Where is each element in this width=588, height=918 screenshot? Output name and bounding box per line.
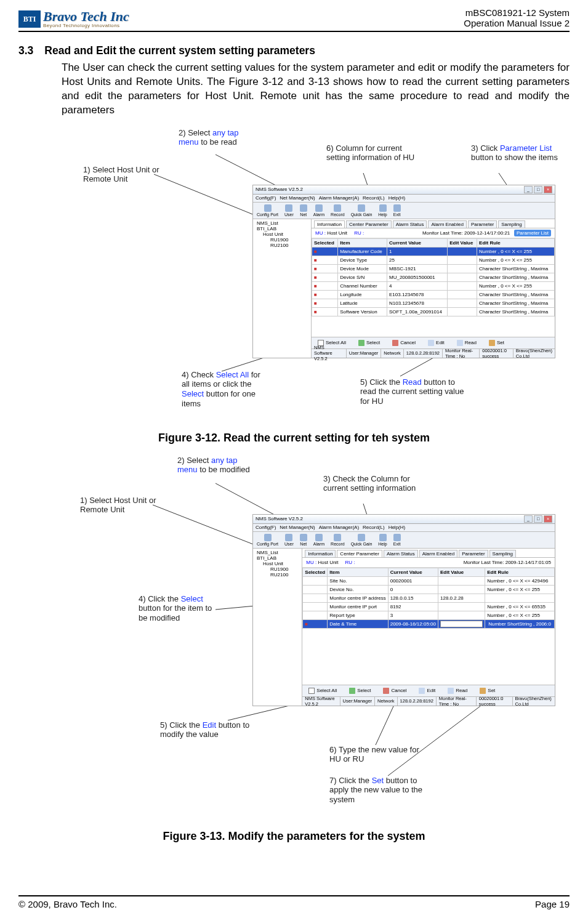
menu-config[interactable]: Config(F) [256, 195, 276, 201]
status-bar-13: NMS Software V2.5.2 User:Manager Network… [302, 697, 555, 706]
set-button-13[interactable]: Set [480, 688, 495, 694]
col-item: Item [338, 238, 387, 247]
callout-12-1: 1) Select Host Unit or Remote Unit [83, 165, 163, 184]
tool-configport[interactable]: Config Port [257, 204, 278, 217]
menu-alarmmanager[interactable]: Alarm Manager(A) [319, 195, 359, 201]
callout-13-3: 3) Check the Column for current setting … [323, 474, 422, 493]
edit-button-13[interactable]: Edit [419, 688, 435, 694]
tool-net[interactable]: Net [300, 204, 307, 217]
table-row[interactable]: ■LongitudeE103.12345678Character ShortSt… [312, 290, 555, 299]
callout-12-6: 6) Column for current setting informatio… [326, 143, 425, 163]
table-row[interactable]: Monitor centre IP port8192Number , 0 <= … [303, 602, 555, 611]
section-title-text: Read and Edit the current system setting… [44, 44, 315, 57]
callout-13-7: 7) Click the Set button to apply the new… [329, 776, 428, 805]
tab-parameter[interactable]: Parameter [468, 220, 497, 228]
select-button[interactable]: Select [358, 340, 380, 346]
callout-13-5: 5) Click the Edit button to modify the v… [160, 720, 259, 739]
toolbar-13: Config Port User Net Alarm Record Quick … [253, 532, 555, 549]
callout-12-4: 4) Check Select All for all items or cli… [182, 370, 265, 408]
cancel-button[interactable]: Cancel [392, 340, 416, 346]
cancel-button-13[interactable]: Cancel [383, 688, 406, 694]
footer-right: Page 19 [535, 899, 570, 909]
callout-13-6: 6) Type the new value for HU or RU [329, 745, 428, 764]
read-button[interactable]: Read [457, 340, 477, 346]
window-controls[interactable]: _□× [524, 186, 552, 193]
figure-3-12: 1) Select Host Unit or Remote Unit 2) Se… [18, 125, 570, 421]
menubar-13[interactable]: Config(F) Net Manager(N) Alarm Manager(A… [253, 524, 555, 532]
parameter-list-button[interactable]: Parameter List [514, 230, 551, 236]
edit-button[interactable]: Edit [428, 340, 445, 346]
table-row[interactable]: ■Software VersionSOFT_1.00a_20091014Char… [312, 307, 555, 316]
parameter-table-13: Selected Item Current Value Edit Value E… [302, 568, 555, 629]
table-row[interactable]: ■Device Type25Number , 0 <= X <= 255 [312, 256, 555, 264]
tree-hostunit[interactable]: Host Unit [254, 232, 310, 237]
table-row[interactable]: ■Device S/NMU_2008051500001Character Sho… [312, 273, 555, 281]
tab-sampling[interactable]: Sampling [498, 220, 525, 228]
tool-help[interactable]: Help [378, 204, 387, 217]
window-titlebar-13: NMS Software V2.5.2 _□× [253, 515, 555, 524]
tool-record[interactable]: Record [331, 204, 345, 217]
tab-alarmstatus[interactable]: Alarm Status [393, 220, 427, 228]
table-row[interactable]: Site No.00020001Number , 0 <= X <= 42949… [303, 576, 555, 585]
select-button-13[interactable]: Select [349, 688, 371, 694]
menu-record[interactable]: Record(L) [363, 195, 385, 201]
menubar[interactable]: Config(F) Net Manager(N) Alarm Manager(A… [253, 195, 555, 203]
col-selected: Selected [312, 238, 338, 247]
menu-netmanager[interactable]: Net Manager(N) [280, 195, 315, 201]
info-line: MU : Host Unit RU : Monitor Last Time: 2… [312, 228, 555, 238]
tab-centerparameter[interactable]: Center Parameter [346, 220, 392, 228]
window-controls-13[interactable]: _□× [524, 515, 552, 523]
window-title: NMS Software V2.5.2 [256, 187, 303, 192]
company-logo: BTI Bravo Tech Inc Beyond Technology Inn… [18, 10, 129, 28]
callout-13-4: 4) Click the Select button for the item … [139, 594, 219, 623]
status-bar-12: NMS Software V2.5.2 User:Manager Network… [312, 349, 555, 358]
nms-window-fig13: NMS Software V2.5.2 _□× Config(F) Net Ma… [252, 514, 555, 706]
tabs[interactable]: Information Center Parameter Alarm Statu… [312, 219, 555, 228]
select-all-checkbox-13[interactable]: Select All [308, 688, 337, 694]
logo-badge: BTI [18, 10, 41, 28]
table-row[interactable]: Device No.0Number , 0 <= X <= 255 [303, 585, 555, 594]
menu-help[interactable]: Help(H) [389, 195, 406, 201]
tab-information[interactable]: Information [314, 220, 345, 228]
action-bar: Select All Select Cancel Edit Read Set [312, 337, 555, 349]
parameter-table: Selected Item Current Value Edit Value E… [312, 238, 555, 316]
table-row[interactable]: Report type3Number , 0 <= X <= 255 [303, 611, 555, 619]
action-bar-13: Select All Select Cancel Edit Read Set [302, 685, 555, 697]
table-row[interactable]: ■Device ModeMBSC-1921Character ShortStri… [312, 264, 555, 273]
nms-window-fig12: NMS Software V2.5.2 _□× Config(F) Net Ma… [252, 185, 555, 358]
tab-alarmenabled[interactable]: Alarm Enabled [428, 220, 466, 228]
header-doc-title: mBSC081921-12 System Operation Manual Is… [464, 7, 570, 28]
callout-12-5: 5) Click the Read button to read the cur… [360, 377, 465, 406]
section-heading: 3.3 Read and Edit the current system set… [18, 44, 570, 57]
page-footer: © 2009, Bravo Tech Inc. Page 19 [18, 895, 570, 909]
tool-exit[interactable]: Exit [393, 204, 401, 217]
logo-tagline: Beyond Technology Innovations [43, 23, 129, 28]
window-titlebar: NMS Software V2.5.2 _□× [253, 185, 555, 195]
tool-user[interactable]: User [284, 204, 294, 217]
tree-ru1900[interactable]: RU1900 [254, 237, 310, 243]
toolbar: Config Port User Net Alarm Record Quick … [253, 203, 555, 219]
tree-pane[interactable]: NMS_List BTI_LAB Host Unit RU1900 RU2100 [253, 219, 312, 358]
tree-pane-13[interactable]: NMS_List BTI_LAB Host Unit RU1900 RU2100 [253, 549, 302, 706]
read-button-13[interactable]: Read [448, 688, 467, 694]
tree-root[interactable]: BTI_LAB [254, 226, 310, 232]
table-row[interactable]: ■LatitudeN103.12345678Character ShortStr… [312, 299, 555, 307]
tabs-13[interactable]: Information Center Parameter Alarm Statu… [302, 549, 555, 558]
table-row[interactable]: ■Manufacturer Code1Number , 0 <= X <= 25… [312, 247, 555, 256]
table-row[interactable]: ■Channel Number4Number , 0 <= X <= 255 [312, 281, 555, 290]
tool-alarm[interactable]: Alarm [313, 204, 324, 217]
callout-13-2: 2) Select any tap menu to be modified [177, 456, 251, 475]
table-row[interactable]: ■Date & Time2009-08-16/12:05:002009-12-1… [303, 619, 555, 628]
footer-left: © 2009, Bravo Tech Inc. [18, 899, 117, 909]
tree-ru2100[interactable]: RU2100 [254, 243, 310, 248]
header-line-2: Operation Manual Issue 2 [464, 18, 570, 28]
set-button[interactable]: Set [489, 340, 504, 346]
col-currentvalue: Current Value [387, 238, 448, 247]
tree-caption: NMS_List [254, 220, 310, 226]
tool-quickgain[interactable]: Quick Gain [351, 204, 373, 217]
logo-main-text: Bravo Tech Inc [43, 10, 129, 23]
section-paragraph: The User can check the current setting v… [62, 61, 570, 118]
window-title-13: NMS Software V2.5.2 [256, 516, 303, 521]
header-line-1: mBSC081921-12 System [464, 7, 570, 18]
table-row[interactable]: Monitor centre IP address128.0.0.15128.0… [303, 594, 555, 602]
